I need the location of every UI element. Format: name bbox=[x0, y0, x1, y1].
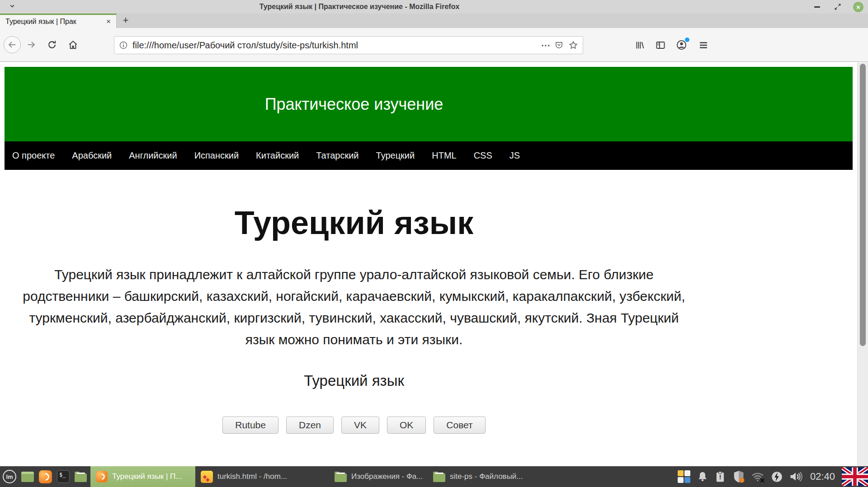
rutube-button[interactable]: Rutube bbox=[222, 417, 278, 434]
show-desktop-button[interactable] bbox=[21, 472, 34, 482]
reload-icon bbox=[47, 40, 57, 50]
task-firefox[interactable]: Турецкий язык | П... bbox=[90, 466, 195, 487]
volume-icon[interactable] bbox=[789, 471, 803, 482]
tab-bar: Турецкий язык | Прак × + bbox=[0, 14, 868, 28]
window-list: Турецкий язык | П... turkish.html - /hom… bbox=[90, 466, 542, 487]
nav-link-css[interactable]: CSS bbox=[474, 150, 492, 161]
page-title: Турецкий язык bbox=[5, 204, 703, 241]
library-icon[interactable] bbox=[634, 40, 645, 51]
desktop: Турецкий язык | Практическое изучение - … bbox=[0, 0, 868, 487]
close-window-button[interactable]: × bbox=[853, 2, 863, 12]
toolbar-right-icons bbox=[634, 28, 709, 62]
firefox-icon bbox=[96, 471, 108, 482]
mint-logo-icon: lm bbox=[6, 473, 13, 480]
url-bar[interactable]: file:///home/user/Рабочий стол/study/sit… bbox=[114, 36, 583, 54]
browser-viewport: Практическое изучение О проекте Арабский… bbox=[0, 62, 868, 466]
firefox-launcher-icon[interactable] bbox=[39, 470, 52, 483]
nav-link-english[interactable]: Английский bbox=[129, 150, 177, 161]
site-nav: О проекте Арабский Английский Испанский … bbox=[5, 141, 853, 170]
nav-link-chinese[interactable]: Китайский bbox=[256, 150, 299, 161]
browser-toolbar: file:///home/user/Рабочий стол/study/sit… bbox=[0, 28, 868, 62]
nav-link-spanish[interactable]: Испанский bbox=[194, 150, 239, 161]
window-title: Турецкий язык | Практическое изучение - … bbox=[0, 0, 719, 14]
window-controls: × bbox=[811, 0, 863, 14]
menu-hamburger-icon[interactable] bbox=[698, 40, 709, 51]
nav-link-js[interactable]: JS bbox=[509, 150, 520, 161]
vk-button[interactable]: VK bbox=[341, 417, 379, 434]
pocket-save-icon[interactable] bbox=[554, 41, 564, 50]
intro-paragraph: Турецкий язык принадлежит к алтайской гр… bbox=[19, 264, 689, 351]
taskbar: lm $_ Турецкий язык | П... turkish.html … bbox=[0, 466, 868, 487]
home-button[interactable] bbox=[65, 37, 80, 52]
task-label: turkish.html - /hom... bbox=[217, 472, 287, 481]
reload-button[interactable] bbox=[44, 37, 60, 52]
workspace-colors-icon[interactable] bbox=[677, 470, 691, 483]
home-icon bbox=[68, 40, 78, 50]
page-actions-icon[interactable]: ⋯ bbox=[538, 40, 554, 51]
task-text-editor[interactable]: turkish.html - /hom... bbox=[195, 466, 329, 487]
folder-icon bbox=[433, 473, 445, 482]
clipboard-report-icon[interactable]: ! bbox=[714, 471, 726, 482]
system-tray: ! 02:40 bbox=[677, 467, 868, 486]
forward-button[interactable] bbox=[24, 37, 39, 52]
notification-badge bbox=[685, 37, 689, 42]
site-header: Практическое изучение bbox=[5, 67, 853, 141]
subheading: Турецкий язык bbox=[5, 372, 703, 389]
maximize-button[interactable] bbox=[832, 1, 843, 12]
nav-link-turkish[interactable]: Турецкий bbox=[376, 150, 415, 161]
page-content: Турецкий язык Турецкий язык принадлежит … bbox=[5, 204, 703, 434]
minimize-button[interactable] bbox=[811, 1, 822, 12]
close-icon: × bbox=[856, 3, 860, 11]
minimize-icon bbox=[814, 6, 820, 8]
browser-tab-active[interactable]: Турецкий язык | Прак × bbox=[0, 14, 117, 28]
back-arrow-icon bbox=[7, 40, 17, 50]
back-button[interactable] bbox=[4, 36, 21, 53]
advice-button[interactable]: Совет bbox=[434, 417, 485, 434]
ok-button[interactable]: OK bbox=[387, 417, 426, 434]
files-launcher-icon[interactable] bbox=[75, 473, 87, 482]
keyboard-layout-flag-icon[interactable] bbox=[842, 467, 868, 486]
update-shield-icon[interactable] bbox=[732, 470, 745, 483]
account-button[interactable] bbox=[676, 39, 687, 51]
bookmark-star-icon[interactable] bbox=[568, 40, 578, 50]
tab-close-icon[interactable]: × bbox=[104, 17, 113, 26]
nav-link-html[interactable]: HTML bbox=[432, 150, 456, 161]
clock[interactable]: 02:40 bbox=[810, 471, 835, 482]
dzen-button[interactable]: Dzen bbox=[286, 417, 334, 434]
url-text[interactable]: file:///home/user/Рабочий стол/study/sit… bbox=[132, 40, 538, 51]
site-info-icon[interactable] bbox=[119, 41, 128, 50]
menu-button[interactable]: lm bbox=[3, 470, 16, 483]
text-editor-icon bbox=[201, 471, 213, 483]
webpage: Практическое изучение О проекте Арабский… bbox=[0, 62, 857, 466]
nav-link-tatar[interactable]: Татарский bbox=[316, 150, 359, 161]
terminal-launcher-icon[interactable]: $_ bbox=[57, 470, 70, 483]
forward-arrow-icon bbox=[26, 40, 36, 50]
power-icon[interactable] bbox=[771, 471, 783, 483]
task-files-pictures[interactable]: Изображения - Фа... bbox=[329, 466, 428, 487]
task-label: Изображения - Фа... bbox=[351, 472, 422, 481]
taskbar-launchers: lm $_ bbox=[0, 470, 90, 483]
site-header-title: Практическое изучение bbox=[5, 95, 703, 114]
task-label: site-ps - Файловый... bbox=[450, 472, 523, 481]
tab-title: Турецкий язык | Прак bbox=[5, 18, 104, 26]
task-label: Турецкий язык | П... bbox=[112, 472, 182, 481]
network-disconnected-icon[interactable] bbox=[751, 470, 765, 483]
maximize-icon bbox=[834, 3, 841, 10]
new-tab-button[interactable]: + bbox=[117, 14, 135, 28]
scrollbar-thumb[interactable] bbox=[860, 64, 866, 346]
window-titlebar: Турецкий язык | Практическое изучение - … bbox=[0, 0, 868, 14]
notifications-bell-icon[interactable] bbox=[697, 471, 708, 482]
social-buttons-row: Rutube Dzen VK OK Совет bbox=[5, 417, 703, 434]
task-files-siteps[interactable]: site-ps - Файловый... bbox=[428, 466, 542, 487]
scrollbar-track[interactable] bbox=[857, 62, 868, 466]
folder-icon bbox=[335, 473, 347, 482]
nav-link-about[interactable]: О проекте bbox=[12, 150, 55, 161]
sidebar-icon[interactable] bbox=[655, 40, 666, 51]
svg-text:!: ! bbox=[719, 473, 722, 481]
nav-link-arabic[interactable]: Арабский bbox=[72, 150, 112, 161]
